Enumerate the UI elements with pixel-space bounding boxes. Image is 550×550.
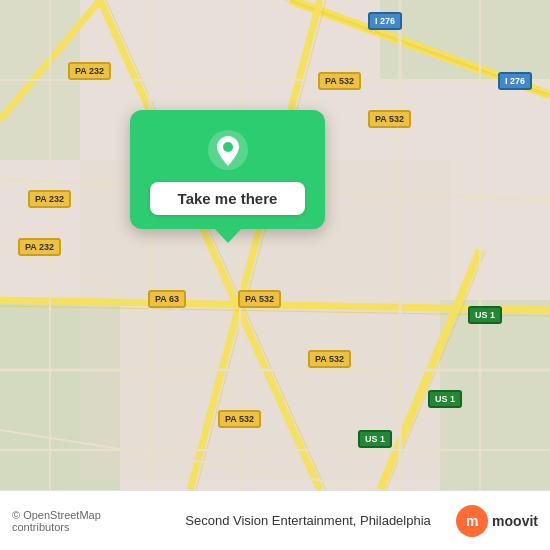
road-sign-us1-1: US 1 [468,306,502,324]
location-label: Second Vision Entertainment, Philadelphi… [160,513,456,528]
road-sign-pa532-3: PA 532 [238,290,281,308]
road-sign-us1-3: US 1 [358,430,392,448]
copyright-text: © OpenStreetMap contributors [12,509,160,533]
popup-card: Take me there [130,110,325,229]
moovit-logo: m moovit [456,505,538,537]
road-sign-pa232-1: PA 232 [68,62,111,80]
bottom-bar: © OpenStreetMap contributors Second Visi… [0,490,550,550]
road-sign-pa532-5: PA 532 [218,410,261,428]
take-me-there-button[interactable]: Take me there [150,182,305,215]
map-container: PA 232 PA 232 PA 232 PA 532 PA 532 PA 53… [0,0,550,490]
moovit-brand-text: moovit [492,513,538,529]
road-sign-pa532-4: PA 532 [308,350,351,368]
road-sign-pa232-3: PA 232 [18,238,61,256]
road-sign-us1-2: US 1 [428,390,462,408]
road-sign-i276-2: I 276 [498,72,532,90]
svg-point-30 [223,142,233,152]
moovit-icon: m [456,505,488,537]
road-sign-pa63: PA 63 [148,290,186,308]
road-sign-pa232-2: PA 232 [28,190,71,208]
road-sign-pa532-1: PA 532 [318,72,361,90]
road-sign-i276-1: I 276 [368,12,402,30]
road-sign-pa532-2: PA 532 [368,110,411,128]
location-pin-icon [206,128,250,172]
